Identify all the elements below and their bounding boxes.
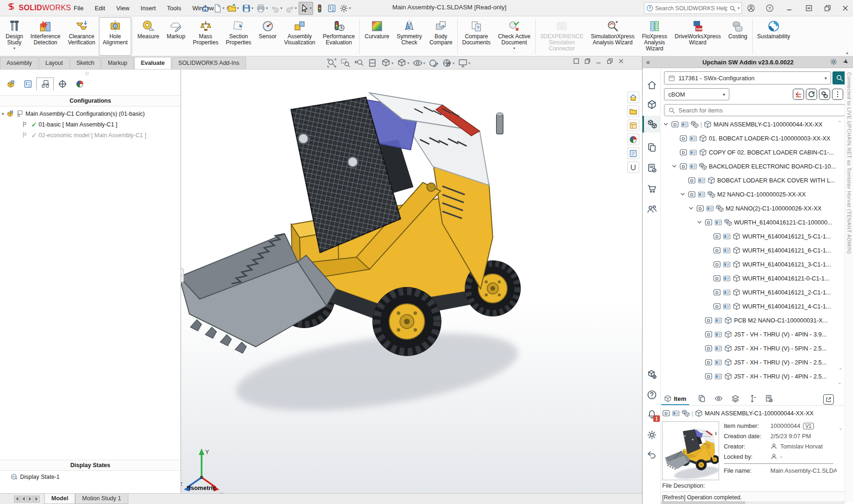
tab-evaluate[interactable]: Evaluate	[134, 57, 171, 69]
open-document-button[interactable]: ▾	[226, 2, 240, 14]
scroll-up-icon[interactable]: ⌃	[838, 120, 842, 126]
ribbon-item-driveworksxpress-wizard[interactable]: DriveWorksXpressWizard ▾	[671, 17, 725, 56]
redo-button[interactable]: ▾	[284, 2, 298, 14]
section-view-button[interactable]	[367, 58, 378, 68]
bom-item-jst-xh-thru-v-2pin-2-5[interactable]: | JST - XH - THRU (V) - 2PIN - 2.5...	[661, 355, 845, 369]
menu-edit[interactable]: Edit	[90, 3, 110, 14]
menu-tools[interactable]: Tools	[162, 3, 186, 14]
ribbon-item-curvature[interactable]: Curvature ▾	[361, 17, 393, 56]
undo-button[interactable]: ▾	[270, 2, 283, 14]
display-style-button[interactable]: ▾	[397, 58, 409, 68]
panel-splitter-grip[interactable]: ‹›	[181, 268, 184, 282]
displaymanager-tab[interactable]	[71, 77, 88, 91]
ribbon-item-clearance-verification[interactable]: ClearanceVerification ▾	[64, 17, 99, 56]
config-item-01-basic[interactable]: ✓ 01-basic [ Main Assembly-C1 ]	[21, 120, 118, 128]
bom-item-wurth-61400416121-5-c1-1[interactable]: | WURTH_61400416121_5-C1-1...	[661, 229, 845, 243]
bom-item-copy-of-02-bobcat-loader-cabin-c1[interactable]: | COPY OF 02. BOBCAT LOADER CABIN-C1-...	[661, 145, 845, 159]
home-button[interactable]	[200, 2, 211, 14]
propertymanager-tab[interactable]	[19, 77, 36, 91]
project-selector[interactable]: 117361 - SWx-Configuration ▾	[664, 71, 831, 84]
tab-markup[interactable]: Markup	[101, 57, 134, 69]
tab-assembly[interactable]: Assembly	[0, 57, 38, 69]
custom-properties-icon[interactable]	[627, 161, 639, 173]
ribbon-item-simulationxpress-analysis-wizard[interactable]: SimulationXpressAnalysis Wizard ▾	[587, 17, 638, 56]
search-scope-caret-icon[interactable]: ▾	[738, 6, 740, 10]
previous-tab-button[interactable]	[21, 496, 27, 503]
ribbon-item-compare-documents[interactable]: CompareDocuments ▾	[459, 17, 495, 56]
go-back-button[interactable]	[793, 89, 804, 100]
rail-home-icon[interactable]	[643, 77, 661, 93]
motion-study-tab[interactable]: Motion Study 1	[75, 494, 128, 504]
hide-show-items-button[interactable]: ▾	[413, 58, 425, 68]
print-button[interactable]: ▾	[255, 2, 269, 14]
ribbon-item-assembly-visualization[interactable]: AssemblyVisualization ▾	[280, 17, 319, 56]
bom-item-main-assembly-c1-100000044-xx-xx[interactable]: | MAIN ASSEMBLY-C1-100000044-XX-XX	[661, 117, 845, 131]
bom-item-jst-vh-thru-v-4pin-3-9[interactable]: | JST - VH - THRU (V) - 4PIN - 3.9...	[661, 327, 845, 341]
dimxpertmanager-tab[interactable]	[54, 77, 71, 91]
bom-item-wurth-61400416121-4-c1-1[interactable]: | WURTH_61400416121_4-C1-1...	[661, 299, 845, 313]
more-options-kebab-button[interactable]	[832, 89, 843, 100]
ribbon-item-sustainability[interactable]: Sustainability ▾	[754, 17, 794, 56]
panel-splitter-dot[interactable]	[85, 72, 89, 75]
refresh-button[interactable]	[806, 89, 817, 100]
apply-scene-button[interactable]: ▾	[442, 58, 454, 68]
user-account-button[interactable]	[744, 2, 758, 14]
bom-item-wurth-61400416121-c1-100000[interactable]: | WURTH_61400416121-C1-100000...	[661, 215, 845, 229]
open-in-browser-button[interactable]	[823, 394, 834, 405]
doc-restore-icon[interactable]	[607, 58, 613, 66]
doc-restore-up-icon[interactable]	[573, 58, 580, 66]
options-gear-button[interactable]: ▾	[338, 2, 352, 14]
help-button[interactable]: ?	[762, 2, 776, 14]
ribbon-item-body-compare[interactable]: BodyCompare ▾	[426, 17, 456, 56]
ribbon-item-3dexperience-simulation-connector[interactable]: 3DEXPERIENCESimulationConnector ▾	[537, 17, 587, 56]
zoom-to-area-button[interactable]	[340, 58, 350, 68]
project-search-button[interactable]	[832, 71, 846, 84]
rebuild-traffic-light-icon[interactable]	[314, 2, 325, 14]
tree-expand-icon[interactable]	[671, 163, 678, 169]
doc-new-window-icon[interactable]	[584, 58, 591, 66]
details-tab-documents-icon[interactable]	[765, 394, 773, 404]
details-scroll-down-icon[interactable]: ⌄	[839, 425, 843, 431]
ribbon-item-symmetry-check[interactable]: SymmetryCheck ▾	[393, 17, 426, 56]
rail-assembly-icon[interactable]	[643, 116, 661, 133]
version-badge[interactable]: V1	[803, 423, 814, 429]
rail-notifications-icon[interactable]: 1	[643, 406, 661, 423]
horizontal-scrollbar[interactable]	[661, 501, 845, 504]
design-library-icon[interactable]	[627, 105, 639, 117]
help-search-input[interactable]	[655, 5, 727, 12]
model-tab[interactable]: Model	[44, 494, 75, 504]
bom-item-backloader-electronic-board-c1-10[interactable]: | BACKLOADER ELECTRONIC BOARD-C1-10...	[661, 159, 845, 173]
ribbon-item-caret-icon[interactable]: ▾	[14, 47, 15, 50]
ribbon-item-markup[interactable]: Markup ▾	[163, 17, 189, 56]
doc-minimize-icon[interactable]	[595, 58, 602, 66]
bom-view-selector[interactable]: cBOM ▾	[664, 88, 729, 100]
bom-item-wurth-61400416121-3-c1-1[interactable]: | WURTH_61400416121_3-C1-1...	[661, 257, 845, 271]
new-document-button[interactable]: ▾	[212, 2, 225, 14]
minimize-window-button[interactable]	[782, 2, 796, 14]
item-search-input[interactable]	[678, 107, 841, 114]
file-explorer-icon[interactable]	[627, 119, 639, 131]
zoom-to-fit-button[interactable]	[327, 58, 337, 68]
sync-assembly-button[interactable]	[819, 89, 830, 100]
bom-item-m2-nano-2-c1-100000026-xx-xx[interactable]: | M2 NANO(2)-C1-100000026-XX-XX	[661, 201, 845, 215]
configurationmanager-tab[interactable]	[36, 77, 54, 91]
ribbon-item-section-properties[interactable]: SectionProperties ▾	[222, 17, 255, 56]
rail-cart-icon[interactable]	[643, 180, 661, 197]
appearances-scenes-icon[interactable]	[627, 147, 639, 159]
view-settings-button[interactable]: ▾	[458, 58, 470, 68]
details-tab-layers-icon[interactable]	[731, 394, 740, 404]
file-properties-button[interactable]	[326, 2, 337, 14]
details-tab-move-icon[interactable]	[748, 394, 756, 404]
details-scroll-up-icon[interactable]: ⌃	[839, 367, 843, 373]
close-window-button[interactable]	[838, 2, 852, 14]
details-tab-copies-icon[interactable]	[698, 394, 706, 404]
bom-item-jst-xh-thru-v-4pin-2-5[interactable]: | JST - XH - THRU (V) - 4PIN - 2.5...	[661, 369, 845, 383]
ribbon-item-caret-icon[interactable]: ▾	[513, 47, 515, 50]
rail-settings-icon[interactable]	[643, 427, 661, 443]
ribbon-item-hole-alignment[interactable]: HoleAlignment ▾	[99, 17, 131, 56]
bom-item-wurth-61400416121-0-c1-1[interactable]: | WURTH_61400416121-0-C1-1...	[661, 271, 845, 285]
select-tool-button[interactable]: ▾	[299, 2, 313, 15]
bom-item-01-bobcat-loader-c1-100000003-xx-xx[interactable]: | 01. BOBCAT LOADER-C1-100000003-XX-XX	[661, 131, 845, 145]
previous-view-button[interactable]	[354, 58, 364, 68]
ribbon-item-measure[interactable]: Measure ▾	[133, 17, 163, 56]
